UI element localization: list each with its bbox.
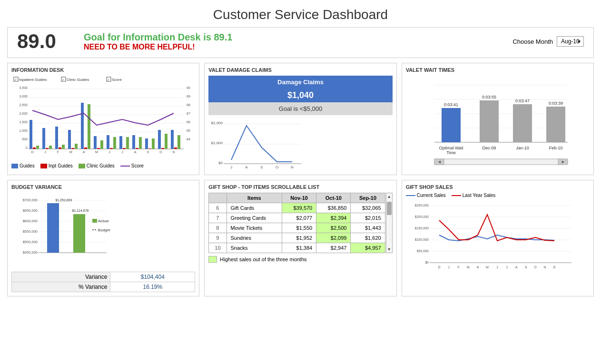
- svg-rect-109: [434, 159, 563, 165]
- current-sales-legend: Current Sales: [406, 193, 446, 198]
- svg-text:►: ►: [561, 159, 565, 164]
- pct-label: % Variance: [12, 282, 110, 292]
- row2-sep: $2,015: [351, 213, 385, 223]
- svg-text:A: A: [515, 266, 517, 269]
- svg-text:$2,000: $2,000: [211, 121, 223, 125]
- gift-sales-svg: $250,000 $200,000 $150,000 $100,000 $50,…: [406, 200, 577, 281]
- svg-text:$650,000: $650,000: [23, 208, 38, 213]
- svg-text:89: 89: [187, 95, 190, 98]
- svg-text:$1,252,893: $1,252,893: [55, 198, 72, 202]
- svg-rect-59: [145, 138, 148, 149]
- svg-rect-44: [81, 103, 84, 149]
- budget-title: BUDGET VARIANCE: [11, 184, 195, 190]
- row1-nov: $39,570: [282, 203, 316, 213]
- svg-text:M: M: [95, 150, 98, 154]
- svg-rect-100: [513, 104, 532, 142]
- month-dropdown-wrapper[interactable]: Aug-10: [557, 36, 584, 47]
- damage-claims-goal: Goal is <$5,000: [208, 102, 392, 115]
- svg-text:✓: ✓: [62, 78, 65, 81]
- legend-clinic: Clinic Guides: [79, 163, 115, 168]
- row4-oct: $2,099: [316, 233, 351, 243]
- row2-oct: $2,394: [316, 213, 351, 223]
- svg-rect-130: [92, 219, 97, 223]
- row5-num: 10: [209, 243, 227, 253]
- svg-rect-38: [55, 127, 58, 149]
- scroll-down[interactable]: ▼: [386, 246, 392, 253]
- scroll-track: [386, 200, 392, 246]
- score-value: 89.0: [17, 30, 74, 53]
- svg-rect-51: [110, 148, 113, 149]
- svg-text:1,500: 1,500: [19, 120, 28, 124]
- svg-text:2,000: 2,000: [19, 112, 28, 115]
- legend-guides: Guides: [11, 163, 35, 168]
- pct-value: 16.19%: [110, 282, 195, 292]
- svg-text:S: S: [261, 165, 263, 169]
- svg-text:$0: $0: [218, 161, 223, 165]
- col-sep: Sep-10: [351, 193, 385, 203]
- svg-rect-102: [546, 107, 565, 142]
- svg-text:D: D: [31, 150, 33, 154]
- svg-text:88: 88: [187, 103, 190, 107]
- svg-text:J: J: [121, 150, 123, 154]
- svg-rect-34: [36, 146, 39, 149]
- goal-box: Goal for Information Desk is 89.1 NEED T…: [74, 32, 512, 51]
- svg-text:$1,000: $1,000: [211, 141, 223, 145]
- row1-item: Gift Cards: [227, 203, 282, 213]
- svg-text:Budget: Budget: [98, 228, 110, 232]
- gift-shop-sales-panel: GIFT SHOP SALES Current Sales Last Year …: [402, 180, 594, 296]
- svg-text:84: 84: [187, 138, 190, 141]
- row1-sep: $32,065: [351, 203, 385, 213]
- svg-text:D: D: [438, 266, 440, 269]
- goal-text: Goal for Information Desk is 89.1: [84, 32, 512, 43]
- svg-text:A: A: [83, 150, 85, 154]
- svg-rect-65: [171, 130, 174, 149]
- svg-text:3,500: 3,500: [19, 86, 28, 89]
- table-row: 6 Gift Cards $39,570 $36,850 $32,065: [209, 203, 385, 213]
- pct-variance-row: % Variance 16.19%: [12, 282, 195, 292]
- row5-oct: $2,947: [316, 243, 351, 253]
- month-label: Choose Month: [512, 38, 553, 45]
- svg-rect-46: [88, 104, 90, 149]
- svg-rect-42: [71, 148, 74, 149]
- legend-inpt: Inpt Guides: [40, 163, 73, 168]
- month-dropdown[interactable]: Aug-10: [557, 36, 584, 47]
- svg-text:2,500: 2,500: [19, 103, 28, 107]
- svg-rect-129: [73, 214, 85, 253]
- legend-inpt-label: Inpt Guides: [49, 163, 73, 168]
- svg-rect-63: [161, 148, 164, 149]
- last-year-color: [452, 195, 461, 196]
- row4-num: 9: [209, 233, 227, 243]
- svg-rect-48: [97, 148, 100, 149]
- svg-text:0: 0: [26, 146, 28, 149]
- gift-sales-legend: Current Sales Last Year Sales: [406, 193, 590, 198]
- col-nov: Nov-10: [282, 193, 316, 203]
- legend-clinic-label: Clinic Guides: [87, 163, 115, 168]
- svg-text:$550,000: $550,000: [23, 229, 38, 234]
- svg-text:86: 86: [187, 120, 190, 124]
- svg-text:Optimal Wait: Optimal Wait: [439, 146, 463, 150]
- svg-text:J: J: [506, 266, 508, 269]
- table-scrollbar[interactable]: ▲ ▼: [386, 193, 393, 253]
- svg-rect-56: [132, 135, 135, 149]
- svg-text:S: S: [524, 266, 527, 269]
- scroll-up[interactable]: ▲: [386, 193, 392, 200]
- valet-wait-svg: 0:03:41 0:03:55 0:03:47 0:03:39 Optimal …: [406, 76, 577, 166]
- valet-wait-title: VALET WAIT TIMES: [406, 67, 590, 73]
- svg-text:N: N: [543, 266, 546, 269]
- svg-text:85: 85: [187, 129, 190, 132]
- gift-table-wrapper: Items Nov-10 Oct-10 Sep-10 6 Gift Cards …: [208, 193, 392, 253]
- svg-rect-33: [33, 148, 36, 149]
- svg-text:F: F: [57, 150, 59, 154]
- budget-svg: $700,000 $650,000 $600,000 $550,000 $500…: [11, 193, 116, 269]
- svg-text:Jan-10: Jan-10: [516, 146, 529, 150]
- svg-rect-47: [94, 136, 97, 149]
- svg-text:$200,000: $200,000: [414, 215, 428, 218]
- row3-item: Movie Tickets: [227, 223, 282, 233]
- scroll-thumb[interactable]: [387, 202, 392, 215]
- svg-rect-50: [107, 135, 109, 149]
- svg-text:$700,000: $700,000: [23, 198, 38, 202]
- svg-rect-58: [139, 137, 142, 149]
- svg-rect-54: [123, 148, 126, 149]
- svg-rect-61: [152, 138, 155, 149]
- svg-text:0:03:55: 0:03:55: [482, 95, 496, 99]
